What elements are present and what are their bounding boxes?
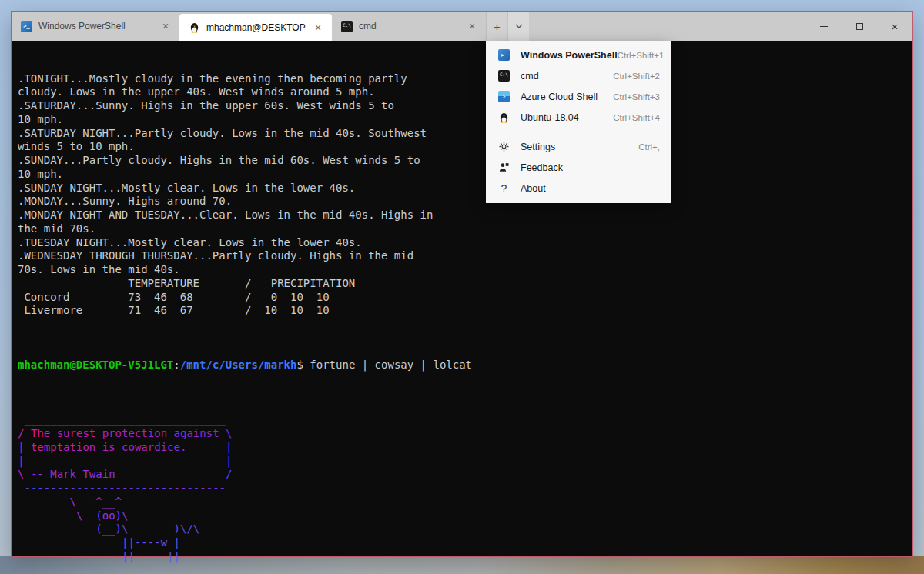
terminal-line: 70s. Lows in the mid 40s. [18,263,912,277]
cmd-icon: C:\ [498,70,510,82]
minimize-icon [820,26,828,27]
lolcat-line: | | [18,455,912,469]
terminal-line: .TUESDAY NIGHT...Mostly clear. Lows in t… [18,236,912,250]
menu-item-azure-cloud-shell[interactable]: > Azure Cloud Shell Ctrl+Shift+3 [486,86,671,107]
menu-separator [492,132,665,132]
tab-label: mhachman@DESKTOP-V5J1LGT [206,22,306,33]
tab-windows-powershell[interactable]: >_ Windows PowerShell × [12,12,179,41]
windows-terminal-window: >_ Windows PowerShell × mhachm [11,11,913,557]
terminal-line: winds 5 to 10 mph. [18,140,912,154]
powershell-icon: >_ [498,49,510,61]
menu-item-shortcut: Ctrl+Shift+4 [613,113,660,122]
menu-item-settings[interactable]: Settings Ctrl+, [486,136,671,157]
close-icon[interactable]: × [312,22,324,34]
lolcat-line: _______________________________ [18,413,912,427]
question-mark-icon: ? [498,182,510,194]
menu-item-shortcut: Ctrl+Shift+2 [613,72,660,81]
tab-ubuntu-active[interactable]: mhachman@DESKTOP-V5J1LGT × [179,14,332,41]
terminal-line: the mid 70s. [18,222,912,236]
lolcat-line: \ (oo)\_______ [18,509,912,523]
command-text: fortune | cowsay | lolcat [303,359,472,371]
menu-item-about[interactable]: ? About [486,178,671,199]
prompt-separator: : [173,359,179,371]
menu-item-label: Windows PowerShell [521,50,618,61]
close-icon[interactable]: × [159,20,172,32]
plus-icon: + [494,20,500,33]
lolcat-line: / The surest protection against \ [18,427,912,441]
new-tab-button[interactable]: + [486,12,507,41]
prompt-line-1: mhachman@DESKTOP-V5J1LGT:/mnt/c/Users/ma… [18,359,912,372]
terminal-line: .SATURDAY...Sunny. Highs in the upper 60… [18,99,912,113]
terminal-line: Concord 73 46 68 / 0 10 10 [18,291,912,305]
profile-dropdown-button[interactable] [507,12,529,41]
azure-cloud-shell-icon: > [498,91,510,102]
terminal-line: .MONDAY NIGHT AND TUESDAY...Clear. Lows … [18,209,912,222]
tab-cmd[interactable]: C:\ cmd × [332,12,486,41]
tab-label: Windows PowerShell [38,21,153,32]
profile-dropdown-menu: >_ Windows PowerShell Ctrl+Shift+1 C:\ c… [486,41,671,203]
titlebar[interactable]: >_ Windows PowerShell × mhachm [12,12,912,41]
lolcat-line: \ -- Mark Twain / [18,468,912,482]
terminal-line: .WEDNESDAY THROUGH THURSDAY...Partly clo… [18,249,912,263]
prompt-path: /mnt/c/Users/markh [180,359,297,371]
chevron-down-icon [514,20,524,33]
tab-label: cmd [359,21,460,32]
close-icon[interactable]: × [466,20,478,32]
terminal-line: TEMPERATURE / PRECIPITATION [18,277,912,291]
terminal-line: 10 mph. [18,113,912,127]
close-window-button[interactable]: × [877,12,912,41]
close-icon: × [892,21,899,32]
maximize-icon [856,23,863,30]
terminal-line: 10 mph. [18,168,912,182]
lolcat-line: ------------------------------- [18,482,912,496]
lolcat-line: ||----w | [18,536,912,550]
terminal-line: .TONIGHT...Mostly cloudy in the evening … [18,72,912,86]
menu-item-label: Settings [521,142,638,152]
terminal-line: .SUNDAY...Partly cloudy. Highs in the mi… [18,154,912,168]
menu-item-shortcut: Ctrl+Shift+1 [618,51,665,60]
menu-item-label: About [521,183,660,194]
terminal-line: .SUNDAY NIGHT...Mostly clear. Lows in th… [18,182,912,195]
tux-icon [498,112,510,123]
titlebar-drag-area[interactable] [529,12,806,41]
lolcat-line: (__)\ )\/\ [18,522,912,536]
terminal-line: cloudy. Lows in the upper 40s. West wind… [18,85,912,99]
menu-item-shortcut: Ctrl+Shift+3 [613,92,660,102]
menu-item-shortcut: Ctrl+, [638,142,660,152]
lolcat-line: || || [18,550,912,564]
minimize-button[interactable] [806,12,842,41]
terminal-screen[interactable]: .TONIGHT...Mostly cloudy in the evening … [12,41,912,556]
lolcat-cowsay-output: _______________________________/ The sur… [18,413,912,563]
menu-item-label: Feedback [521,162,660,173]
cmd-icon: C:\ [341,21,353,32]
terminal-weather-output: .TONIGHT...Mostly cloudy in the evening … [18,72,912,319]
menu-item-ubuntu-1804[interactable]: Ubuntu-18.04 Ctrl+Shift+4 [486,107,671,128]
maximize-button[interactable] [842,12,877,41]
prompt-symbol: $ [296,359,303,371]
menu-item-label: Ubuntu-18.04 [521,112,613,123]
lolcat-line: \ ^__^ [18,496,912,509]
feedback-person-icon [498,162,510,173]
powershell-icon: >_ [21,21,32,32]
terminal-line: .MONDAY...Sunny. Highs around 70. [18,195,912,209]
menu-item-windows-powershell[interactable]: >_ Windows PowerShell Ctrl+Shift+1 [486,45,671,65]
gear-icon [498,141,510,152]
prompt-user: mhachman@DESKTOP-V5J1LGT [18,359,173,371]
terminal-line: Livermore 71 46 67 / 10 10 10 [18,304,912,318]
menu-item-label: Azure Cloud Shell [521,92,613,102]
menu-item-cmd[interactable]: C:\ cmd Ctrl+Shift+2 [486,65,671,86]
menu-item-label: cmd [521,71,613,82]
tux-icon [189,22,200,33]
lolcat-line: | temptation is cowardice. | [18,441,912,455]
menu-item-feedback[interactable]: Feedback [486,157,671,178]
terminal-line: .SATURDAY NIGHT...Partly cloudy. Lows in… [18,127,912,141]
